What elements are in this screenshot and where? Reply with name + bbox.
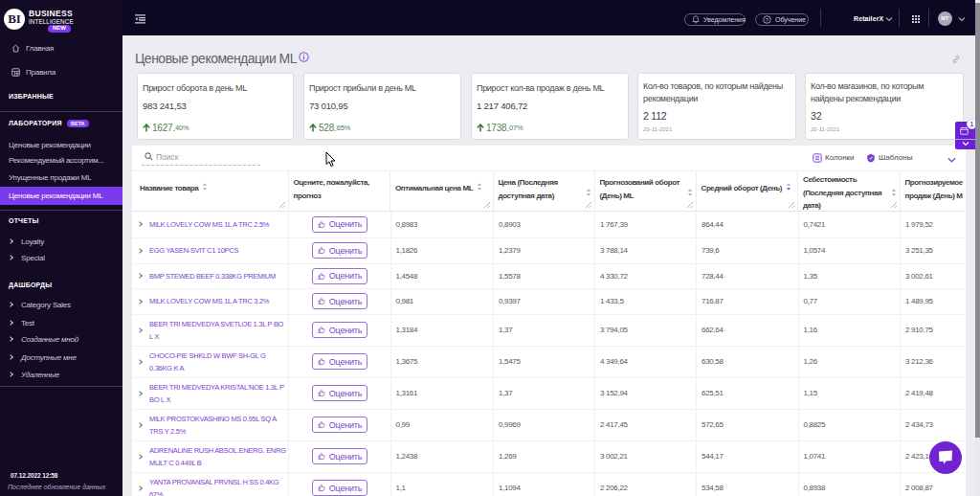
svg-text:?: ? [766,17,769,23]
